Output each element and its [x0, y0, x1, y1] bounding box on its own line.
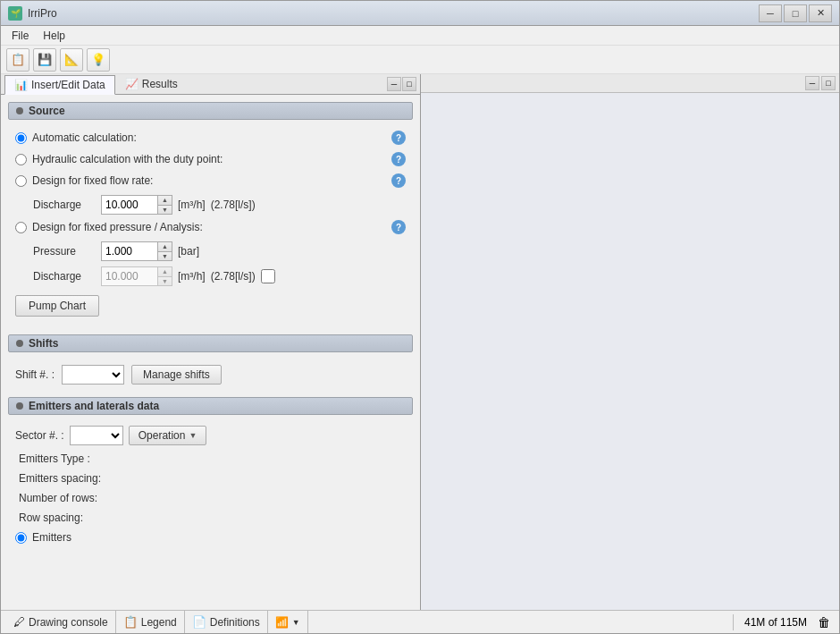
radio-fixed-flow[interactable] — [15, 175, 27, 187]
radio-hydraulic[interactable] — [15, 154, 27, 165]
discharge-label-2: Discharge — [33, 270, 96, 283]
discharge-field-row-2: Discharge ▲ ▼ [m³/h] (2.78[l/s]) — [33, 266, 406, 286]
emitters-radio-label[interactable]: Emitters — [32, 531, 71, 544]
menu-help[interactable]: Help — [36, 28, 72, 44]
toolbar-lightbulb-btn[interactable]: 💡 — [87, 48, 110, 72]
shift-select[interactable] — [62, 365, 124, 385]
help-fixed-flow-icon[interactable]: ? — [391, 173, 406, 188]
window-title: IrriPro — [28, 7, 759, 20]
radio-hydraulic-label[interactable]: Hydraulic calculation with the duty poin… — [32, 153, 223, 165]
main-content: 📊 Insert/Edit Data 📈 Results ─ □ Source — [1, 74, 839, 610]
discharge-up-2[interactable]: ▲ — [157, 267, 172, 277]
legend-item[interactable]: 📋 Legend — [116, 611, 185, 633]
pressure-field-row: Pressure ▲ ▼ [bar] — [33, 241, 406, 261]
toolbar-design-btn[interactable]: 📐 — [60, 48, 83, 72]
radio-row-hydraulic: Hydraulic calculation with the duty poin… — [15, 152, 406, 166]
drawing-console-item[interactable]: 🖊 Drawing console — [6, 611, 116, 633]
pressure-down[interactable]: ▼ — [157, 252, 172, 261]
scrollable-content[interactable]: Source Automatic calculation: ? Hydrauli… — [1, 95, 420, 610]
minimize-button[interactable]: ─ — [759, 4, 782, 22]
radio-row-fixed-pressure: Design for fixed pressure / Analysis: ? — [15, 220, 406, 234]
discharge-up-1[interactable]: ▲ — [157, 196, 172, 206]
window-controls: ─ □ ✕ — [759, 4, 832, 22]
discharge-checkbox-2[interactable] — [261, 269, 275, 283]
emitters-radio[interactable] — [15, 532, 27, 544]
radio-row-fixed-flow: Design for fixed flow rate: ? — [15, 173, 406, 188]
num-rows-label: Number of rows: — [19, 492, 97, 504]
manage-shifts-button[interactable]: Manage shifts — [131, 365, 222, 385]
operation-button[interactable]: Operation ▼ — [129, 426, 207, 445]
tab-results[interactable]: 📈 Results — [115, 74, 188, 94]
definitions-item[interactable]: 📄 Definitions — [185, 611, 268, 633]
discharge-spinbtns-1: ▲ ▼ — [157, 196, 172, 214]
discharge-unit1-2: [m³/h] — [178, 270, 206, 283]
wifi-item[interactable]: 📶 ▼ — [268, 611, 308, 633]
tab-results-label: Results — [142, 78, 178, 90]
help-auto-icon[interactable]: ? — [391, 131, 406, 145]
trash-button[interactable]: 🗑 — [814, 615, 834, 630]
main-window: 🌱 IrriPro ─ □ ✕ File Help 📋 💾 📐 💡 📊 Inse… — [0, 0, 840, 634]
emitters-section-content: Sector #. : Operation ▼ Emitters Type : — [8, 422, 413, 554]
discharge-down-1[interactable]: ▼ — [157, 206, 172, 215]
operation-arrow-icon: ▼ — [189, 431, 197, 440]
right-panel-header: ─ □ — [421, 74, 839, 93]
pump-chart-button[interactable]: Pump Chart — [15, 295, 99, 317]
title-bar: 🌱 IrriPro ─ □ ✕ — [1, 1, 839, 26]
definitions-icon: 📄 — [192, 615, 206, 629]
source-section-header: Source — [8, 102, 413, 120]
tab-insert-edit-data[interactable]: 📊 Insert/Edit Data — [4, 75, 115, 95]
discharge-down-2[interactable]: ▼ — [157, 277, 172, 286]
radio-fixed-flow-label[interactable]: Design for fixed flow rate: — [32, 174, 153, 187]
app-icon: 🌱 — [8, 6, 22, 21]
discharge-unit2-1: (2.78[l/s]) — [211, 199, 256, 211]
panel-minimize-btn[interactable]: ─ — [387, 77, 401, 91]
pressure-spinbtns: ▲ ▼ — [157, 242, 172, 260]
drawing-console-icon: 🖊 — [13, 615, 25, 629]
right-panel-minimize-btn[interactable]: ─ — [805, 76, 819, 90]
shifts-section-header: Shifts — [8, 334, 413, 352]
dropdown-arrow-status: ▼ — [292, 618, 300, 627]
radio-auto[interactable] — [15, 132, 27, 144]
discharge-spin-1[interactable]: ▲ ▼ — [101, 195, 172, 215]
tab-insert-icon: 📊 — [14, 79, 28, 91]
maximize-button[interactable]: □ — [784, 4, 807, 22]
left-panel: 📊 Insert/Edit Data 📈 Results ─ □ Source — [1, 74, 421, 610]
panel-tab-controls: ─ □ — [387, 77, 416, 91]
drawing-console-label: Drawing console — [29, 616, 108, 629]
tab-insert-label: Insert/Edit Data — [31, 79, 105, 91]
discharge-label-1: Discharge — [33, 199, 96, 211]
panel-maximize-btn[interactable]: □ — [402, 77, 416, 91]
shifts-row: Shift #. : Manage shifts — [8, 359, 413, 390]
help-fixed-pressure-icon[interactable]: ? — [391, 220, 406, 234]
num-rows-row: Number of rows: — [15, 492, 406, 504]
help-hydraulic-icon[interactable]: ? — [391, 152, 406, 166]
radio-auto-label[interactable]: Automatic calculation: — [32, 131, 137, 144]
pressure-up[interactable]: ▲ — [157, 242, 172, 252]
emitters-section-header: Emitters and laterals data — [8, 397, 413, 415]
emitter-spacing-row: Emitters spacing: — [15, 472, 406, 485]
discharge-input-2[interactable] — [102, 267, 157, 285]
status-divider — [733, 614, 734, 630]
status-bar: 🖊 Drawing console 📋 Legend 📄 Definitions… — [1, 610, 839, 633]
emitter-type-label: Emitters Type : — [19, 452, 90, 465]
toolbar-clipboard-btn[interactable]: 📋 — [6, 48, 29, 72]
definitions-label: Definitions — [210, 616, 260, 629]
pressure-input[interactable] — [102, 242, 157, 260]
sector-row: Sector #. : Operation ▼ — [15, 426, 406, 445]
radio-fixed-pressure[interactable] — [15, 222, 27, 233]
toolbar-save-btn[interactable]: 💾 — [33, 48, 56, 72]
source-title: Source — [29, 105, 65, 117]
pressure-unit: [bar] — [178, 245, 199, 258]
sector-select[interactable] — [70, 426, 123, 445]
close-button[interactable]: ✕ — [809, 4, 832, 22]
pressure-spin[interactable]: ▲ ▼ — [101, 241, 172, 261]
radio-fixed-pressure-label[interactable]: Design for fixed pressure / Analysis: — [32, 221, 203, 233]
menu-file[interactable]: File — [4, 28, 36, 44]
discharge-spin-2[interactable]: ▲ ▼ — [101, 266, 172, 286]
row-spacing-label: Row spacing: — [19, 511, 83, 524]
shifts-title: Shifts — [29, 337, 58, 350]
shift-number-label: Shift #. : — [15, 368, 55, 381]
right-panel-maximize-btn[interactable]: □ — [821, 76, 836, 90]
pressure-label: Pressure — [33, 245, 96, 258]
discharge-input-1[interactable] — [102, 196, 157, 214]
